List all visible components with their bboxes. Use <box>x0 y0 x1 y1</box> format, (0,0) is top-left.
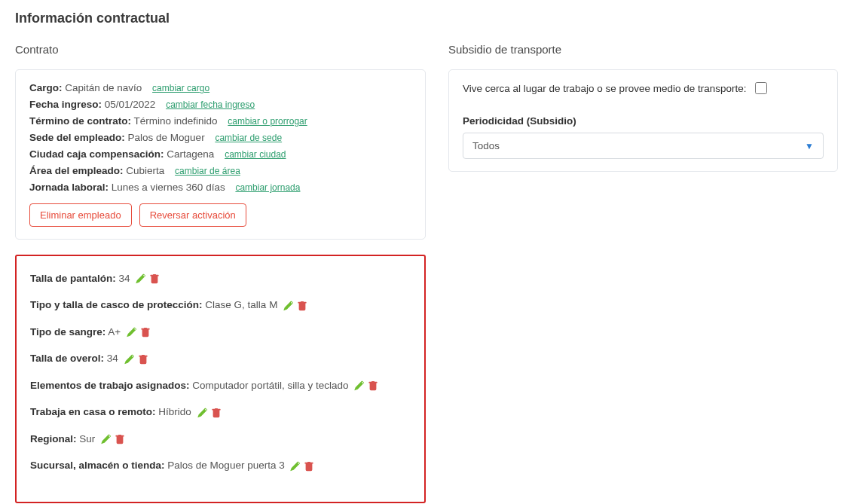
custom-field-value: Computador portátil, silla y teclado <box>192 380 348 391</box>
custom-field-label: Talla de pantalón: <box>30 273 116 284</box>
near-work-label: Vive cerca al lugar de trabajo o se prov… <box>463 83 746 94</box>
area-label: Área del empleado: <box>29 165 124 176</box>
periodicity-value: Todos <box>472 140 500 151</box>
pencil-icon[interactable] <box>101 434 112 444</box>
pencil-icon[interactable] <box>124 354 135 365</box>
cargo-value: Capitán de navío <box>65 82 142 93</box>
pencil-icon[interactable] <box>197 408 208 418</box>
custom-fields-card: Talla de pantalón: 34 Tipo y talla de ca… <box>15 255 426 503</box>
termino-value: Término indefinido <box>134 115 218 127</box>
trash-icon[interactable] <box>368 380 378 391</box>
custom-field-value: 34 <box>107 353 118 364</box>
pencil-icon[interactable] <box>127 327 137 338</box>
custom-field-label: Talla de overol: <box>30 353 104 364</box>
fecha-change-link[interactable]: cambiar fecha ingreso <box>166 99 255 110</box>
ciudad-label: Ciudad caja compensación: <box>29 148 164 160</box>
custom-field-row: Talla de pantalón: 34 <box>30 273 411 284</box>
custom-field-label: Trabaja en casa o remoto: <box>30 406 156 417</box>
cargo-change-link[interactable]: cambiar cargo <box>152 83 209 93</box>
chevron-down-icon: ▼ <box>805 141 814 151</box>
custom-field-value: 34 <box>119 273 130 284</box>
custom-field-label: Regional: <box>30 433 77 444</box>
pencil-icon[interactable] <box>354 380 365 391</box>
pencil-icon[interactable] <box>136 273 146 284</box>
near-work-checkbox[interactable] <box>755 82 767 94</box>
custom-field-value: A+ <box>108 326 121 338</box>
custom-field-value: Clase G, talla M <box>205 299 277 310</box>
trash-icon[interactable] <box>304 461 314 472</box>
pencil-icon[interactable] <box>283 301 294 311</box>
trash-icon[interactable] <box>211 408 222 418</box>
jornada-change-link[interactable]: cambiar jornada <box>235 182 300 193</box>
cargo-label: Cargo: <box>29 82 63 93</box>
custom-field-row: Tipo de sangre: A+ <box>30 326 411 338</box>
custom-field-label: Sucursal, almacén o tienda: <box>30 460 165 471</box>
custom-field-label: Elementos de trabajo asignados: <box>30 380 190 391</box>
contract-card: Cargo: Capitán de navío cambiar cargo Fe… <box>15 69 426 240</box>
trash-icon[interactable] <box>140 327 151 338</box>
sede-label: Sede del empleado: <box>29 132 125 143</box>
custom-field-row: Tipo y talla de casco de protección: Cla… <box>30 299 411 310</box>
ciudad-value: Cartagena <box>167 148 214 160</box>
ciudad-change-link[interactable]: cambiar ciudad <box>225 149 286 160</box>
custom-field-value: Híbrido <box>158 406 191 417</box>
sede-value: Palos de Moguer <box>128 132 205 143</box>
trash-icon[interactable] <box>297 301 307 311</box>
trash-icon[interactable] <box>149 273 160 284</box>
custom-field-label: Tipo de sangre: <box>30 326 105 338</box>
trash-icon[interactable] <box>115 434 125 444</box>
custom-field-value: Sur <box>79 433 95 444</box>
trash-icon[interactable] <box>138 354 148 365</box>
custom-field-row: Trabaja en casa o remoto: Híbrido <box>30 406 411 417</box>
page-title: Información contractual <box>15 11 838 26</box>
custom-field-row: Regional: Sur <box>30 433 411 444</box>
delete-employee-button[interactable]: Eliminar empleado <box>29 203 132 227</box>
jornada-label: Jornada laboral: <box>29 182 109 193</box>
sede-change-link[interactable]: cambiar de sede <box>215 133 282 143</box>
area-value: Cubierta <box>126 165 164 176</box>
periodicity-select[interactable]: Todos ▼ <box>463 133 824 159</box>
contract-section-title: Contrato <box>15 43 426 56</box>
jornada-value: Lunes a viernes 360 días <box>112 182 225 193</box>
fecha-label: Fecha ingreso: <box>29 99 102 110</box>
periodicity-label: Periodicidad (Subsidio) <box>463 115 824 127</box>
custom-field-value: Palos de Moguer puerta 3 <box>167 460 284 471</box>
custom-field-row: Elementos de trabajo asignados: Computad… <box>30 380 411 391</box>
pencil-icon[interactable] <box>290 461 301 472</box>
subsidy-card: Vive cerca al lugar de trabajo o se prov… <box>448 69 838 172</box>
subsidy-section-title: Subsidio de transporte <box>448 43 838 56</box>
custom-field-row: Talla de overol: 34 <box>30 353 411 364</box>
custom-field-label: Tipo y talla de casco de protección: <box>30 299 203 310</box>
area-change-link[interactable]: cambiar de área <box>175 166 240 176</box>
termino-label: Término de contrato: <box>29 115 131 127</box>
revert-activation-button[interactable]: Reversar activación <box>139 203 246 227</box>
termino-change-link[interactable]: cambiar o prorrogar <box>228 116 307 127</box>
fecha-value: 05/01/2022 <box>105 99 156 110</box>
custom-field-row: Sucursal, almacén o tienda: Palos de Mog… <box>30 460 411 471</box>
